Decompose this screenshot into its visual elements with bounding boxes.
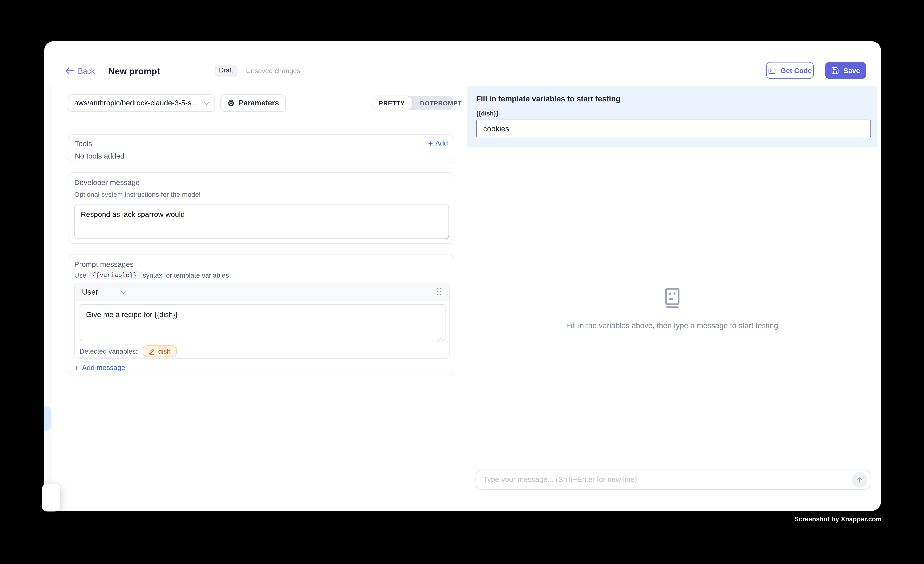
arrow-left-icon: [65, 67, 74, 74]
plus-icon: +: [428, 139, 433, 147]
plus-icon: +: [74, 363, 79, 372]
robot-face-icon: [661, 288, 683, 309]
tools-card: Tools + Add No tools added: [68, 134, 454, 163]
message-role-value: User: [82, 287, 98, 296]
template-variables-heading: Fill in template variables to start test…: [476, 94, 620, 103]
developer-message-subtitle: Optional system instructions for the mod…: [74, 191, 201, 198]
variable-syntax-chip: {{variable}}: [89, 270, 140, 279]
save-label: Save: [844, 66, 860, 75]
unsaved-changes-note: Unsaved changes: [246, 67, 300, 74]
developer-message-input[interactable]: Respond as jack sparrow would: [74, 204, 449, 239]
tools-title: Tools: [75, 140, 92, 148]
sidebar-edge-strip: [44, 86, 52, 511]
variable-chip-dish[interactable]: dish: [143, 345, 176, 357]
status-badge: Draft: [214, 65, 238, 76]
model-selector-value: aws/anthropic/bedrock-claude-3-5-s...: [74, 99, 204, 107]
sidebar-selected-item-fragment: [44, 406, 51, 430]
terminal-icon: [768, 66, 776, 75]
app-window: Back New prompt Draft Unsaved changes Ge…: [44, 41, 881, 511]
add-message-button[interactable]: + Add message: [74, 363, 125, 372]
prompt-messages-card: Prompt messages Use {{variable}} syntax …: [68, 255, 454, 375]
toggle-option-dotprompt[interactable]: DOTPROMPT: [412, 96, 470, 110]
chevron-down-icon: [121, 288, 127, 294]
chat-input-bar: [476, 470, 870, 489]
floating-card-fragment: [42, 484, 60, 512]
parameters-button[interactable]: ⚙ Parameters: [220, 94, 286, 112]
add-message-label: Add message: [82, 363, 125, 372]
add-tool-label: Add: [435, 139, 448, 147]
template-syntax-hint: Use {{variable}} syntax for template var…: [74, 270, 229, 279]
get-code-button[interactable]: Get Code: [766, 62, 814, 79]
detected-variables-label: Detected variables:: [80, 348, 138, 355]
save-button[interactable]: Save: [825, 62, 866, 79]
message-content-input[interactable]: Give me a recipe for {{dish}}: [80, 304, 446, 341]
dish-variable-input[interactable]: [476, 120, 871, 137]
save-icon: [831, 66, 839, 75]
gear-icon: ⚙: [227, 99, 235, 107]
developer-message-card: Developer message Optional system instru…: [68, 172, 454, 244]
message-block: User Give me a recipe for {{dish}} Detec…: [74, 283, 450, 359]
toggle-option-pretty[interactable]: PRETTY: [371, 96, 412, 110]
back-button[interactable]: Back: [65, 66, 95, 75]
message-role-select[interactable]: User: [82, 287, 126, 296]
parameters-label: Parameters: [239, 99, 279, 107]
chat-message-input[interactable]: [476, 470, 848, 489]
chat-empty-state: Fill in the variables above, then type a…: [466, 288, 878, 330]
screenshot-stage: Back New prompt Draft Unsaved changes Ge…: [0, 0, 924, 564]
hint-suffix: syntax for template variables: [142, 271, 229, 278]
add-tool-button[interactable]: + Add: [428, 139, 448, 147]
detected-variables-row: Detected variables: dish: [80, 345, 177, 357]
dish-variable-label: {{dish}}: [476, 110, 498, 117]
prompt-messages-title: Prompt messages: [74, 260, 134, 268]
tools-empty-text: No tools added: [75, 152, 124, 160]
drag-handle-icon[interactable]: [436, 287, 442, 296]
template-variables-panel: Fill in template variables to start test…: [467, 86, 878, 147]
back-label: Back: [78, 66, 95, 75]
get-code-label: Get Code: [780, 66, 812, 75]
chevron-down-icon: [204, 99, 210, 105]
arrow-up-icon: [855, 476, 863, 484]
edit-pencil-icon: [148, 348, 155, 354]
page-title: New prompt: [108, 66, 160, 76]
hint-prefix: Use: [74, 271, 86, 278]
chat-empty-text: Fill in the variables above, then type a…: [466, 321, 878, 330]
model-selector[interactable]: aws/anthropic/bedrock-claude-3-5-s...: [68, 94, 215, 112]
view-mode-toggle: PRETTY DOTPROMPT: [371, 96, 454, 110]
message-header: User: [75, 284, 449, 300]
variable-chip-label: dish: [158, 348, 171, 355]
send-message-button[interactable]: [852, 472, 867, 488]
developer-message-title: Developer message: [74, 178, 140, 187]
watermark-text: Screenshot by Xnapper.com: [794, 516, 882, 523]
